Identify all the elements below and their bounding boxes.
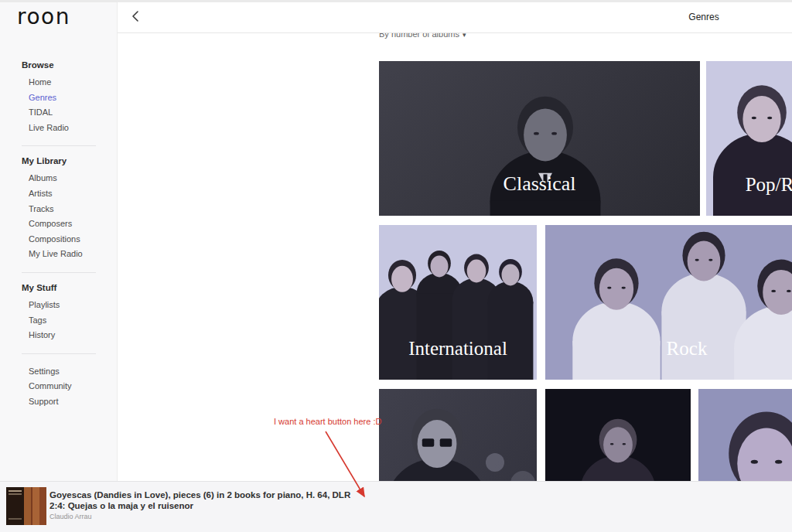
now-playing-info: Goyescas (Dandies in Love), pieces (6) i…	[50, 490, 360, 520]
sidebar-heading-my-library: My Library	[0, 156, 118, 165]
sidebar: roon BrowseHomeGenresTIDALLive RadioMy L…	[0, 0, 118, 481]
sidebar-item-compositions[interactable]: Compositions	[0, 232, 118, 247]
roon-logo: roon	[17, 4, 70, 29]
sidebar-item-home[interactable]: Home	[0, 75, 118, 90]
chevron-left-icon	[130, 10, 142, 22]
sidebar-item-community[interactable]: Community	[0, 379, 118, 394]
sidebar-item-tracks[interactable]: Tracks	[0, 202, 118, 217]
track-title[interactable]: Goyescas (Dandies in Love), pieces (6) i…	[50, 490, 360, 511]
genre-tile-pop-rock[interactable]: Pop/Rock	[706, 61, 792, 216]
track-artist: Claudio Arrau	[50, 513, 360, 520]
sidebar-item-artists[interactable]: Artists	[0, 186, 118, 202]
genre-tile-international[interactable]: International	[379, 225, 537, 380]
album-art-right-panel	[24, 487, 46, 525]
sidebar-divider	[22, 353, 96, 354]
genre-tile-image	[706, 61, 792, 216]
top-bar: Genres	[118, 0, 792, 33]
sidebar-heading-browse: Browse	[0, 60, 118, 70]
sidebar-item-support[interactable]: Support	[0, 394, 118, 410]
sidebar-heading-my-stuff: My Stuff	[0, 283, 118, 292]
sidebar-item-live-radio[interactable]: Live Radio	[0, 121, 118, 136]
genre-tile-rock[interactable]: Rock	[545, 225, 792, 380]
sidebar-item-playlists[interactable]: Playlists	[0, 298, 118, 313]
sidebar-item-genres[interactable]: Genres	[0, 90, 118, 106]
genre-tile-jazz[interactable]	[379, 389, 537, 481]
annotation-text: I want a heart button here :D	[274, 417, 381, 426]
genre-tile-image	[379, 225, 537, 380]
sidebar-item-history[interactable]: History	[0, 328, 118, 343]
now-playing-album-art[interactable]	[6, 487, 46, 525]
genre-tile-vocal[interactable]	[698, 389, 792, 481]
genre-tile-image	[545, 389, 691, 481]
sidebar-divider	[22, 272, 96, 273]
player-bar: Goyescas (Dandies in Love), pieces (6) i…	[0, 481, 792, 532]
roon-app-window: roon BrowseHomeGenresTIDALLive RadioMy L…	[0, 0, 792, 532]
sidebar-nav: BrowseHomeGenresTIDALLive RadioMy Librar…	[0, 60, 118, 410]
sidebar-item-settings[interactable]: Settings	[0, 364, 118, 380]
genre-tile-classical[interactable]: Classical	[379, 61, 700, 216]
back-button[interactable]	[130, 10, 142, 22]
sidebar-item-my-live-radio[interactable]: My Live Radio	[0, 247, 118, 262]
sidebar-item-tags[interactable]: Tags	[0, 313, 118, 329]
album-art-left-panel	[6, 487, 24, 525]
sidebar-item-albums[interactable]: Albums	[0, 171, 118, 186]
sidebar-divider	[22, 145, 96, 146]
window-top-border	[0, 0, 792, 2]
genre-tile-image	[545, 225, 792, 380]
sidebar-item-tidal[interactable]: TIDAL	[0, 105, 118, 121]
sidebar-item-composers[interactable]: Composers	[0, 217, 118, 232]
genre-tile-image	[379, 389, 537, 481]
page-title: Genres	[681, 12, 727, 22]
genre-tile-image	[379, 61, 700, 216]
genre-grid-area: By number of albums▾ ClassicalPop/RockIn…	[118, 0, 792, 481]
genre-tile-image	[698, 389, 792, 481]
genre-tile-stage-screen[interactable]	[545, 389, 691, 481]
